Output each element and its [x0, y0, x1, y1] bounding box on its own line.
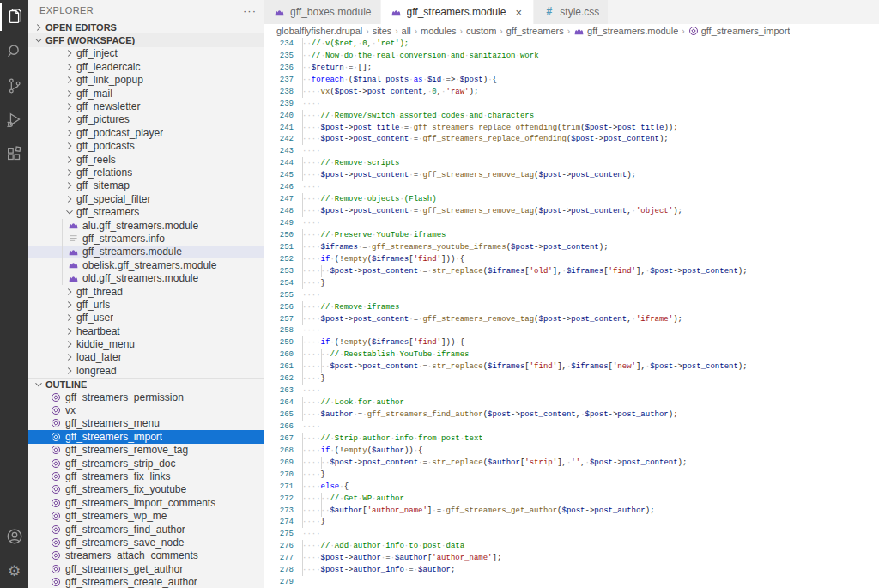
- code-line-242[interactable]: 242····$post->post_content·=·gff_streame…: [264, 134, 879, 146]
- code-line-266[interactable]: 266····: [264, 421, 879, 433]
- tree-folder-gff_mail[interactable]: gff_mail: [28, 87, 264, 100]
- tree-folder-gff_podcasts[interactable]: gff_podcasts: [28, 140, 264, 153]
- tree-folder-gff_leadercalc[interactable]: gff_leadercalc: [28, 60, 264, 73]
- source-control-icon[interactable]: [0, 69, 28, 103]
- tree-folder-gff_thread[interactable]: gff_thread: [28, 285, 264, 298]
- code-line-278[interactable]: 278····$post->author_info·=·$author;: [264, 564, 879, 576]
- tree-folder-gff_newsletter[interactable]: gff_newsletter: [28, 100, 264, 112]
- tree-file-gff_streamers.module[interactable]: gff_streamers.module: [28, 246, 264, 258]
- code-line-262[interactable]: 262····}: [264, 373, 879, 385]
- tab-gff_streamers.module[interactable]: gff_streamers.module×: [381, 0, 535, 24]
- close-icon[interactable]: ×: [512, 6, 524, 19]
- outline-item-gff_streamers_strip_doc[interactable]: gff_streamers_strip_doc: [28, 457, 264, 470]
- outline-item-gff_streamers_save_node[interactable]: gff_streamers_save_node: [28, 536, 264, 549]
- tree-folder-gff_relations[interactable]: gff_relations: [28, 166, 264, 179]
- tree-folder-longread[interactable]: longread: [28, 364, 264, 377]
- code-line-246[interactable]: 246····: [264, 181, 879, 193]
- code-line-265[interactable]: 265····$author·=·gff_streamers_find_auth…: [264, 409, 879, 421]
- tree-folder-load_later[interactable]: load_later: [28, 351, 264, 364]
- code-line-275[interactable]: 275····: [264, 528, 879, 540]
- outline-item-gff_streamers_menu[interactable]: gff_streamers_menu: [28, 417, 264, 430]
- extensions-icon[interactable]: [0, 137, 28, 172]
- tab-gff_boxes.module[interactable]: gff_boxes.module: [264, 0, 381, 24]
- code-line-258[interactable]: 258····: [264, 325, 879, 337]
- code-line-237[interactable]: 237··foreach·($final_posts·as·$id·=>·$po…: [264, 74, 879, 86]
- tree-folder-gff_streamers[interactable]: gff_streamers: [28, 205, 264, 218]
- tree-folder-gff_inject[interactable]: gff_inject: [28, 47, 264, 60]
- code-line-277[interactable]: 277····$post->author·=·$author['author_n…: [264, 552, 879, 564]
- code-line-276[interactable]: 276····//·Add·author·info·to·post·data: [264, 540, 879, 552]
- code-line-234[interactable]: 234··//·v($ret,·0,·'ret');: [264, 38, 879, 50]
- tree-folder-gff_special_filter[interactable]: gff_special_filter: [28, 192, 264, 205]
- code-editor[interactable]: 234··//·v($ret,·0,·'ret');235··//·Now·do…: [264, 38, 879, 588]
- code-line-261[interactable]: 261······$post->post_content·=·str_repla…: [264, 361, 879, 373]
- tab-style.css[interactable]: #style.css: [534, 0, 609, 24]
- breadcrumb-item-gff_streamers_import[interactable]: gff_streamers_import: [688, 26, 791, 36]
- tree-folder-gff_urls[interactable]: gff_urls: [28, 298, 264, 311]
- breadcrumb-item-globalflyfisher.drupal[interactable]: globalflyfisher.drupal: [276, 26, 362, 36]
- outline-item-gff_streamers_import[interactable]: gff_streamers_import: [28, 430, 264, 443]
- tree-folder-gff_user[interactable]: gff_user: [28, 312, 264, 324]
- outline-item-vx[interactable]: vx: [28, 403, 264, 416]
- breadcrumb-item-custom[interactable]: custom: [466, 26, 496, 36]
- tree-folder-heartbeat[interactable]: heartbeat: [28, 324, 264, 337]
- code-line-250[interactable]: 250····//·Preserve·YouTube·iframes: [264, 229, 879, 241]
- code-line-257[interactable]: 257····$post->post_content·=·gff_streame…: [264, 313, 879, 325]
- outline-item-gff_streamers_create_author[interactable]: gff_streamers_create_author: [28, 575, 264, 588]
- code-line-253[interactable]: 253······$post->post_content·=·str_repla…: [264, 265, 879, 277]
- outline-item-gff_streamers_wp_me[interactable]: gff_streamers_wp_me: [28, 509, 264, 522]
- outline-item-streamers_attach_comments[interactable]: streamers_attach_comments: [28, 549, 264, 562]
- tree-folder-gff_podcast_player[interactable]: gff_podcast_player: [28, 126, 264, 139]
- code-line-279[interactable]: 279: [264, 576, 879, 588]
- tree-folder-gff_link_popup[interactable]: gff_link_popup: [28, 74, 264, 87]
- code-line-248[interactable]: 248····$post->post_content·=·gff_streame…: [264, 205, 879, 217]
- code-line-269[interactable]: 269······$post->post_content·=·str_repla…: [264, 457, 879, 469]
- settings-gear-icon[interactable]: ⚙: [0, 554, 28, 588]
- code-line-251[interactable]: 251····$iframes·=·gff_streamers_youtube_…: [264, 241, 879, 253]
- tree-folder-gff_sitemap[interactable]: gff_sitemap: [28, 179, 264, 192]
- code-line-270[interactable]: 270····}: [264, 469, 879, 481]
- code-line-245[interactable]: 245····$post->post_content·=·gff_streame…: [264, 169, 879, 181]
- code-line-244[interactable]: 244····//·Remove·scripts: [264, 157, 879, 169]
- outline-item-gff_streamers_remove_tag[interactable]: gff_streamers_remove_tag: [28, 444, 264, 457]
- code-line-249[interactable]: 249····: [264, 217, 879, 229]
- breadcrumb-item-modules[interactable]: modules: [421, 26, 457, 36]
- code-line-254[interactable]: 254····}: [264, 277, 879, 289]
- code-line-243[interactable]: 243····: [264, 145, 879, 157]
- workspace-section[interactable]: GFF (WORKSPACE): [28, 33, 264, 46]
- tree-file-alu.gff_streamers.module[interactable]: alu.gff_streamers.module: [28, 219, 264, 232]
- breadcrumb-item-sites[interactable]: sites: [373, 26, 392, 36]
- search-icon[interactable]: [0, 34, 28, 69]
- code-line-252[interactable]: 252····if·(!empty($iframes['find']))·{: [264, 253, 879, 265]
- tree-file-old.gff_streamers.module[interactable]: old.gff_streamers.module: [28, 271, 264, 284]
- code-line-241[interactable]: 241····$post->post_title·=·gff_streamers…: [264, 122, 879, 134]
- code-line-255[interactable]: 255····: [264, 289, 879, 301]
- explorer-icon[interactable]: [0, 0, 28, 34]
- outline-item-gff_streamers_import_comments[interactable]: gff_streamers_import_comments: [28, 496, 264, 509]
- breadcrumb-item-gff_streamers[interactable]: gff_streamers: [506, 26, 564, 36]
- code-line-267[interactable]: 267····//·Strip·author·info·from·post·te…: [264, 433, 879, 445]
- sidebar-more-actions-icon[interactable]: ···: [243, 4, 257, 17]
- account-icon[interactable]: [0, 519, 28, 554]
- code-line-239[interactable]: 239····: [264, 98, 879, 110]
- breadcrumb-item-all[interactable]: all: [402, 26, 411, 36]
- code-line-256[interactable]: 256····//·Remove·iframes: [264, 301, 879, 313]
- code-line-271[interactable]: 271····else·{: [264, 481, 879, 493]
- code-line-247[interactable]: 247····//·Remove·objects·(Flash): [264, 193, 879, 205]
- tree-folder-gff_reels[interactable]: gff_reels: [28, 153, 264, 166]
- outline-item-gff_streamers_get_author[interactable]: gff_streamers_get_author: [28, 562, 264, 575]
- code-line-263[interactable]: 263····: [264, 385, 879, 397]
- code-line-272[interactable]: 272······//·Get·WP·author: [264, 493, 879, 505]
- code-line-274[interactable]: 274····}: [264, 517, 879, 529]
- outline-item-gff_streamers_fix_links[interactable]: gff_streamers_fix_links: [28, 470, 264, 482]
- code-line-268[interactable]: 268····if·(!empty($author))·{: [264, 445, 879, 457]
- open-editors-section[interactable]: OPEN EDITORS: [28, 21, 264, 33]
- run-debug-icon[interactable]: [0, 103, 28, 137]
- code-line-236[interactable]: 236··$return·=·[];: [264, 62, 879, 74]
- outline-item-gff_streamers_fix_youtube[interactable]: gff_streamers_fix_youtube: [28, 483, 264, 496]
- outline-section[interactable]: OUTLINE: [28, 378, 264, 391]
- code-line-264[interactable]: 264····//·Look·for·author: [264, 397, 879, 409]
- tree-file-obelisk.gff_streamers.module[interactable]: obelisk.gff_streamers.module: [28, 258, 264, 271]
- code-line-240[interactable]: 240····//·Remove/switch·assorted·codes·a…: [264, 110, 879, 122]
- tree-folder-gff_pictures[interactable]: gff_pictures: [28, 113, 264, 126]
